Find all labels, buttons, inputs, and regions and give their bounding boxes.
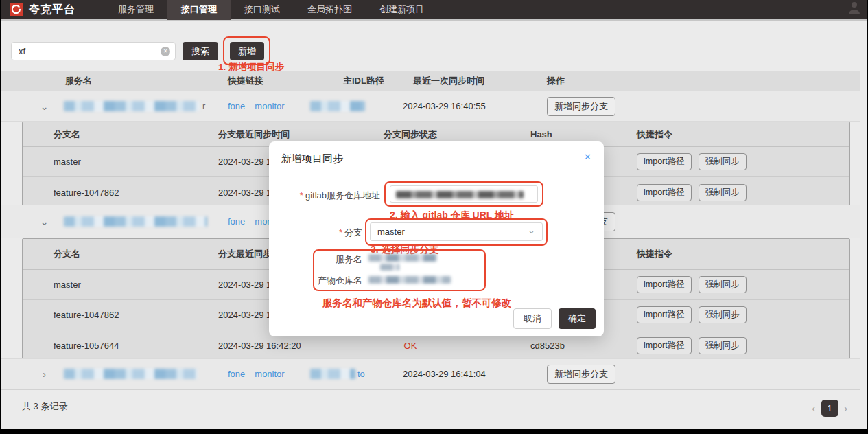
branch-name: feature-1057644: [54, 341, 218, 351]
page: 夸克平台 服务管理 接口管理 接口测试 全局拓扑图 创建新项目 ✕ 搜索 新增 …: [1, 0, 867, 429]
redacted-idl-path: [310, 369, 355, 379]
branch-sync-time: 2024-03-29 16:42:20: [218, 341, 359, 351]
modal-close-icon[interactable]: ✕: [584, 152, 591, 162]
column-header-quick-commands: 快捷指令: [637, 248, 849, 260]
force-sync-button[interactable]: 强制同步: [699, 306, 747, 323]
pagination: ‹ 1 ›: [812, 400, 847, 417]
link-fone[interactable]: fone: [228, 216, 245, 227]
force-sync-button[interactable]: 强制同步: [699, 276, 747, 293]
annotation-note: 服务名和产物仓库名为默认值，暂不可修改: [322, 297, 512, 310]
column-header-branch-sync-time: 分支最近同步时间: [218, 128, 359, 141]
column-header-hash: Hash: [462, 129, 637, 139]
branch-select[interactable]: master ⌄: [370, 222, 543, 241]
link-fone[interactable]: fone: [228, 101, 245, 111]
service-row-1: ⌄ r fone monitor 2024-03-29 16:40:55 新增同…: [1, 91, 860, 122]
confirm-button[interactable]: 确定: [559, 308, 596, 329]
link-monitor[interactable]: monitor: [255, 101, 284, 111]
branch-select-value: master: [377, 227, 405, 237]
service-row-3: › fone monitor to 2024-03-29 16:41:04 新增…: [1, 358, 860, 389]
app-window: 夸克平台 服务管理 接口管理 接口测试 全局拓扑图 创建新项目 ✕ 搜索 新增 …: [0, 0, 868, 434]
nav-item-api-mgmt[interactable]: 接口管理: [167, 0, 231, 20]
branch-name: master: [54, 279, 218, 290]
nav-item-topology[interactable]: 全局拓扑图: [294, 0, 366, 20]
redacted-service-value: [368, 254, 437, 262]
branch-label: *分支: [274, 227, 362, 239]
column-header-branch-name: 分支名: [54, 248, 218, 260]
modal-title: 新增项目同步: [281, 152, 343, 165]
add-sync-branch-button[interactable]: 新增同步分支: [547, 97, 615, 116]
redacted-artifact-value: [368, 276, 451, 284]
column-header-service-name: 服务名: [60, 75, 207, 87]
brand-title: 夸克平台: [29, 3, 75, 17]
import-path-button[interactable]: import路径: [637, 153, 692, 170]
add-sync-branch-button[interactable]: 新增同步分支: [547, 365, 615, 384]
force-sync-button[interactable]: 强制同步: [699, 184, 747, 201]
search-button[interactable]: 搜索: [183, 42, 218, 60]
column-header-actions: 操作: [547, 75, 860, 87]
branch-name: master: [54, 157, 218, 167]
cancel-button[interactable]: 取消: [513, 308, 552, 329]
nav-item-api-test[interactable]: 接口测试: [231, 0, 294, 20]
column-header-quick-commands: 快捷指令: [637, 128, 849, 141]
sync-time: 2024-03-29 16:41:04: [403, 369, 547, 379]
link-fone[interactable]: fone: [228, 369, 245, 379]
redacted-service-name: [64, 101, 200, 111]
service-table-header: 服务名 快捷链接 主IDL路径 最近一次同步时间 操作: [1, 71, 860, 91]
page-number[interactable]: 1: [821, 400, 838, 417]
chevron-down-icon: ⌄: [528, 222, 535, 239]
gitlab-repo-input[interactable]: [390, 185, 538, 203]
import-path-button[interactable]: import路径: [637, 306, 692, 323]
service-name-suffix: r: [202, 101, 205, 111]
required-asterisk: *: [300, 190, 303, 201]
search-input[interactable]: [12, 43, 175, 60]
quark-logo-icon: [10, 3, 23, 16]
idl-path-suffix: to: [357, 369, 365, 379]
redacted-service-value: [380, 264, 399, 271]
column-header-last-sync: 最近一次同步时间: [403, 75, 547, 87]
redacted-service-name: [64, 369, 198, 379]
column-header-idl-path: 主IDL路径: [310, 75, 403, 87]
add-button[interactable]: 新增: [230, 42, 264, 60]
sync-time: 2024-03-29 16:40:55: [403, 101, 547, 111]
column-header-quick-links: 快捷链接: [207, 75, 310, 87]
expand-chevron-icon[interactable]: ›: [1, 369, 60, 380]
annotation-step2: 2. 输入 gitlab 仓库 URL 地址: [390, 209, 514, 222]
import-path-button[interactable]: import路径: [637, 276, 692, 293]
import-path-button[interactable]: import路径: [637, 184, 692, 201]
collapse-chevron-icon[interactable]: ⌄: [1, 101, 60, 112]
user-avatar-icon[interactable]: [847, 1, 861, 14]
redacted-service-name: [64, 216, 207, 227]
required-asterisk: *: [339, 227, 342, 238]
branch-hash: cd8523b: [462, 341, 637, 351]
redacted-idl-path: [310, 101, 365, 111]
import-path-button[interactable]: import路径: [637, 337, 692, 354]
redacted-repo-url: [396, 191, 524, 198]
footer-divider: [1, 389, 860, 390]
force-sync-button[interactable]: 强制同步: [699, 153, 747, 170]
search-box: ✕: [11, 42, 176, 60]
pagination-prev-icon[interactable]: ‹: [812, 402, 815, 415]
column-header-branch-status: 分支同步状态: [359, 128, 462, 141]
branch-name: feature-1047862: [54, 187, 218, 198]
nav-item-service-mgmt[interactable]: 服务管理: [104, 0, 167, 20]
gitlab-repo-label: *gitlab服务仓库地址: [274, 190, 380, 202]
link-monitor[interactable]: monitor: [255, 369, 284, 379]
artifact-repo-label: 产物仓库名: [276, 275, 362, 287]
pagination-next-icon[interactable]: ›: [844, 402, 847, 415]
branch-status: OK: [359, 341, 462, 351]
clear-search-icon[interactable]: ✕: [161, 47, 170, 56]
branch-name: feature-1047862: [54, 310, 218, 320]
add-project-sync-modal: 新增项目同步 ✕ *gitlab服务仓库地址 2. 输入 gitlab 仓库 U…: [269, 141, 604, 336]
service-name-label: 服务名: [276, 253, 362, 266]
top-nav: 夸克平台 服务管理 接口管理 接口测试 全局拓扑图 创建新项目: [1, 0, 867, 21]
column-header-branch-name: 分支名: [54, 128, 218, 141]
total-records: 共 3 条记录: [22, 400, 67, 413]
collapse-chevron-icon[interactable]: ⌄: [1, 216, 60, 227]
nav-item-new-project[interactable]: 创建新项目: [366, 0, 438, 20]
force-sync-button[interactable]: 强制同步: [699, 337, 747, 354]
